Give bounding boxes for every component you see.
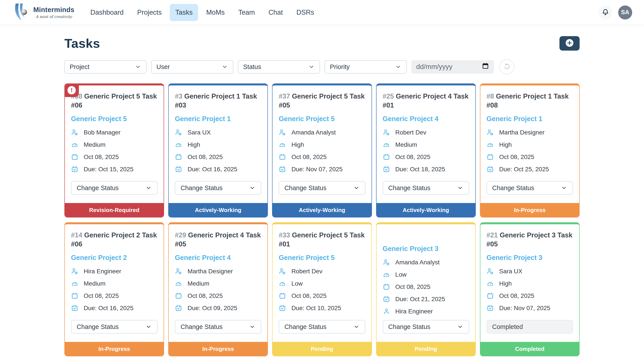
- project-link[interactable]: Generic Project 5: [71, 115, 158, 123]
- project-link[interactable]: Generic Project 3: [383, 245, 469, 253]
- project-link[interactable]: Generic Project 4: [175, 254, 261, 262]
- nav-item-chat[interactable]: Chat: [263, 4, 288, 21]
- person-add-icon: [71, 129, 78, 136]
- nav-item-projects[interactable]: Projects: [132, 4, 167, 21]
- change-status-select[interactable]: Change Status: [279, 181, 365, 195]
- change-status-label: Change Status: [77, 184, 119, 192]
- project-link[interactable]: Generic Project 5: [279, 254, 365, 262]
- brand-logo[interactable]: Minterminds A mint of creativity: [12, 2, 74, 23]
- change-status-select[interactable]: Change Status: [71, 181, 158, 195]
- change-status-label: Change Status: [388, 184, 430, 192]
- change-status-label: Change Status: [492, 184, 534, 192]
- priority-row: Medium: [71, 141, 158, 148]
- priority-text: Medium: [84, 141, 106, 148]
- task-id: #25: [383, 92, 394, 100]
- nav-item-moms[interactable]: MoMs: [201, 4, 230, 21]
- task-meta: Sara UXHighOct 08, 2025Due: Nov 07, 2025: [486, 268, 573, 317]
- completed-label: Completed: [492, 323, 523, 330]
- change-status-label: Change Status: [180, 184, 222, 192]
- avatar[interactable]: SA: [618, 6, 632, 20]
- change-status-select[interactable]: Change Status: [175, 181, 261, 195]
- nav-item-team[interactable]: Team: [233, 4, 260, 21]
- task-title: #25 Generic Project 4 Task #01: [383, 92, 469, 110]
- person-add-icon: [279, 129, 286, 136]
- priority-text: Medium: [188, 280, 210, 287]
- gauge-icon: [175, 280, 182, 287]
- created-date-row: Oct 08, 2025: [383, 283, 469, 291]
- chevron-down-icon: [145, 185, 152, 191]
- change-status-select[interactable]: Change Status: [383, 320, 469, 334]
- calendar-icon: [383, 153, 390, 161]
- project-link[interactable]: Generic Project 4: [383, 115, 469, 123]
- change-status-select[interactable]: Change Status: [486, 181, 573, 195]
- filter-bar: Project User Status Priority dd/mm/yyyy: [64, 59, 580, 74]
- status-filter[interactable]: Status: [238, 60, 320, 74]
- change-status-select[interactable]: Change Status: [71, 320, 158, 334]
- assignee-text: Amanda Analyst: [396, 259, 440, 266]
- change-status-select[interactable]: Change Status: [383, 181, 469, 195]
- task-action: Change Status: [486, 181, 573, 195]
- assignee-text: Sara UX: [188, 129, 211, 136]
- assignee-row: Robert Dev: [383, 129, 469, 136]
- task-card: #14 Generic Project 2 Task #06 Generic P…: [64, 222, 164, 356]
- priority-row: Medium: [175, 280, 261, 287]
- task-meta: Martha DesignerMediumOct 08, 2025Due: Oc…: [175, 268, 261, 317]
- chevron-down-icon: [457, 324, 464, 330]
- change-status-label: Change Status: [388, 323, 430, 330]
- priority-filter[interactable]: Priority: [325, 60, 407, 74]
- nav-item-dsrs[interactable]: DSRs: [291, 4, 320, 21]
- nav-item-dashboard[interactable]: Dashboard: [85, 4, 129, 21]
- task-title: #33 Generic Project 5 Task #01: [279, 231, 365, 249]
- chevron-down-icon: [145, 324, 152, 330]
- created-date-row: Oct 08, 2025: [279, 292, 365, 300]
- project-link[interactable]: Generic Project 1: [486, 115, 573, 123]
- add-task-button[interactable]: [560, 36, 580, 50]
- task-title: #3 Generic Project 1 Task #03: [175, 92, 261, 110]
- gauge-icon: [71, 280, 78, 287]
- priority-row: High: [175, 141, 261, 148]
- due-date-text: Due: Oct 25, 2025: [499, 166, 549, 173]
- assignee-text: Bob Manager: [84, 129, 120, 136]
- change-status-label: Change Status: [284, 184, 326, 192]
- due-date-row: Due: Oct 16, 2025: [175, 166, 261, 173]
- project-filter[interactable]: Project: [64, 60, 146, 74]
- user-filter[interactable]: User: [151, 60, 233, 74]
- priority-row: High: [279, 141, 365, 148]
- task-card: #21 Generic Project 3 Task #05 Generic P…: [480, 222, 580, 356]
- project-link[interactable]: Generic Project 1: [175, 115, 261, 123]
- task-meta: Sara UXHighOct 08, 2025Due: Oct 16, 2025: [175, 129, 261, 178]
- due-date-text: Due: Oct 15, 2025: [84, 166, 134, 173]
- due-date-text: Due: Nov 07, 2025: [499, 305, 550, 312]
- person-add-icon: [383, 259, 390, 266]
- assignee-text: Martha Designer: [499, 129, 544, 136]
- due-date-row: Due: Oct 18, 2025: [383, 166, 469, 173]
- status-bar: Pending: [376, 342, 475, 356]
- date-filter-input[interactable]: dd/mm/yyyy: [411, 60, 494, 74]
- project-link[interactable]: Generic Project 3: [486, 254, 573, 262]
- change-status-select[interactable]: Change Status: [279, 320, 365, 334]
- task-card: #29 Generic Project 4 Task #05 Generic P…: [168, 222, 268, 356]
- notifications-button[interactable]: [598, 6, 612, 20]
- calendar-check-icon: [175, 304, 182, 312]
- task-action: Change Status: [175, 181, 261, 195]
- task-action: Change Status: [71, 320, 158, 334]
- calendar-check-icon: [486, 304, 494, 312]
- project-link[interactable]: Generic Project 2: [71, 254, 158, 262]
- change-status-select[interactable]: Change Status: [175, 320, 261, 334]
- created-date-row: Oct 08, 2025: [486, 153, 573, 161]
- page-title: Tasks: [64, 36, 100, 50]
- priority-row: High: [486, 141, 573, 148]
- reset-filters-button[interactable]: [500, 59, 514, 74]
- due-date-text: Due: Oct 18, 2025: [396, 166, 445, 173]
- nav-item-tasks[interactable]: Tasks: [170, 4, 198, 21]
- created-date-row: Oct 08, 2025: [175, 153, 261, 161]
- chevron-down-icon: [249, 324, 256, 330]
- created-date-row: Oct 08, 2025: [175, 292, 261, 300]
- refresh-icon: [503, 63, 511, 71]
- task-card-grid: #38 Generic Project 5 Task #06 Generic P…: [64, 84, 580, 356]
- person-add-icon: [175, 129, 182, 136]
- task-card: Generic Project 3 Amanda AnalystLowOct 0…: [376, 222, 476, 356]
- task-id: #3: [175, 92, 182, 100]
- project-link[interactable]: Generic Project 5: [279, 115, 365, 123]
- due-date-text: Due: Oct 16, 2025: [84, 305, 134, 312]
